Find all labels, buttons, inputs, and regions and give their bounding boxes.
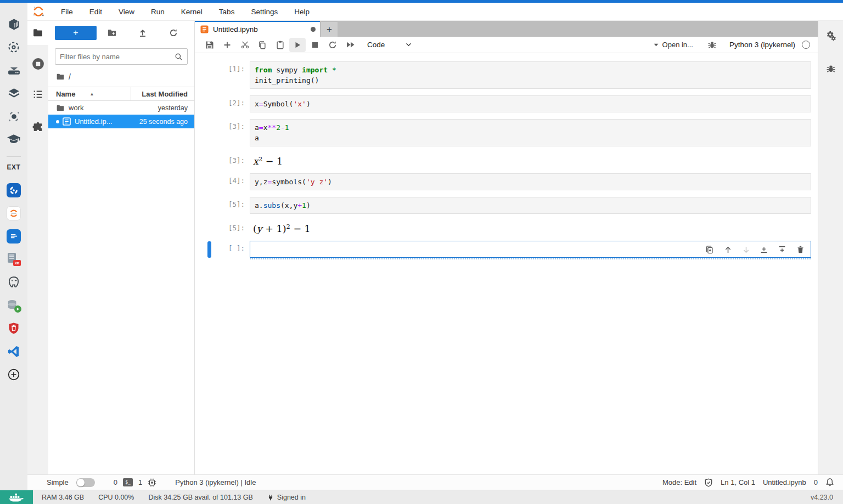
code-cell-editor[interactable]: a=x**2-1a [250, 119, 811, 146]
menu-item-edit[interactable]: Edit [81, 8, 110, 16]
interrupt-kernel-icon[interactable] [307, 38, 323, 52]
duplicate-cell-icon[interactable] [703, 243, 716, 256]
menu-item-view[interactable]: View [110, 8, 143, 16]
terminals-count[interactable]: 0 [114, 478, 117, 486]
simple-mode-toggle[interactable] [76, 478, 95, 487]
menu-item-kernel[interactable]: Kernel [173, 8, 211, 16]
insert-cell-above-icon[interactable] [757, 243, 771, 256]
command-mode-indicator[interactable]: Mode: Edit [662, 478, 696, 486]
volumes-icon[interactable] [0, 59, 27, 82]
kernel-name-button[interactable]: Python 3 (ipykernel) [729, 41, 795, 49]
notebook-cells: [1]:from sympy import *init_printing()[2… [195, 53, 818, 474]
ext-section-label: EXT [7, 163, 21, 171]
jl-activity-strip [27, 21, 48, 474]
active-cell-indicator [207, 241, 211, 258]
builds-icon[interactable] [0, 82, 27, 105]
notes-extension-icon[interactable] [0, 225, 27, 248]
trust-shield-icon[interactable] [704, 478, 713, 487]
menu-items: FileEditViewRunKernelTabsSettingsHelp [53, 8, 318, 16]
empty-cell-editor[interactable] [250, 241, 811, 258]
menu-item-tabs[interactable]: Tabs [211, 8, 243, 16]
extension-manager-tab[interactable] [27, 115, 48, 139]
tab-untitled-ipynb[interactable]: Untitled.ipynb [195, 21, 320, 37]
cell-type-dropdown[interactable]: Code [367, 41, 412, 49]
file-browser-tab[interactable] [27, 21, 48, 45]
menu-item-settings[interactable]: Settings [243, 8, 286, 16]
running-sessions-tab[interactable] [27, 52, 48, 76]
copy-cells-icon[interactable] [254, 38, 271, 52]
cursor-position[interactable]: Ln 1, Col 1 [721, 478, 755, 486]
input-prompt: [3]: [195, 119, 250, 131]
simple-mode-label: Simple [47, 478, 69, 486]
cell-output-row: [5]:(y + 1)2 − 1 [195, 220, 818, 234]
containers-icon[interactable] [0, 13, 27, 36]
terminal-icon[interactable]: $_ [123, 478, 133, 486]
chevron-down-icon [406, 43, 412, 47]
bell-icon[interactable] [825, 478, 834, 487]
oracle-xe-extension-icon[interactable]: XE [0, 248, 27, 271]
new-folder-icon[interactable] [97, 26, 127, 40]
menu-item-file[interactable]: File [53, 8, 81, 16]
postgres-extension-icon[interactable] [0, 271, 27, 294]
security-extension-icon[interactable] [0, 317, 27, 340]
menu-item-help[interactable]: Help [286, 8, 318, 16]
notebook-toolbar: Code Open in... Python 3 (ipykernel) [195, 37, 818, 53]
kernel-status-icon[interactable] [802, 41, 810, 49]
add-extension-icon[interactable] [0, 363, 27, 386]
input-prompt: [1]: [195, 61, 250, 73]
move-cell-up-icon[interactable] [721, 243, 734, 256]
menu-item-run[interactable]: Run [143, 8, 173, 16]
kernel-status-text[interactable]: Python 3 (ipykernel) | Idle [175, 478, 256, 486]
breadcrumb[interactable]: / [48, 65, 194, 87]
move-cell-down-icon[interactable] [739, 243, 752, 256]
notifications-count[interactable]: 0 [814, 478, 818, 486]
new-tab-button[interactable]: + [321, 22, 338, 37]
cut-cells-icon[interactable] [237, 38, 253, 52]
table-of-contents-tab[interactable] [27, 82, 48, 106]
upload-icon[interactable] [127, 26, 158, 40]
ci-extension-icon[interactable] [0, 179, 27, 202]
code-cell-editor[interactable]: y,z=symbols('y z') [250, 173, 811, 190]
column-name[interactable]: Name ▲ [48, 87, 131, 100]
breadcrumb-root[interactable]: / [69, 72, 71, 81]
property-inspector-icon[interactable] [823, 27, 839, 44]
code-cell-editor[interactable]: from sympy import *init_printing() [250, 61, 811, 89]
search-icon [175, 53, 183, 61]
save-icon[interactable] [201, 38, 218, 52]
docker-whale-icon[interactable] [0, 490, 33, 504]
paste-cells-icon[interactable] [272, 38, 288, 52]
sort-ascending-icon: ▲ [89, 92, 94, 97]
file-row-untitled-notebook[interactable]: Untitled.ip... 25 seconds ago [48, 115, 194, 128]
insert-cell-below-icon[interactable] [775, 243, 789, 256]
filter-files-input[interactable] [60, 53, 175, 61]
learning-center-icon[interactable] [0, 128, 27, 151]
ram-usage: RAM 3.46 GB [42, 494, 84, 501]
open-in-dropdown[interactable]: Open in... [654, 41, 693, 49]
debugger-bug-icon[interactable] [704, 38, 721, 52]
vscode-extension-icon[interactable] [0, 340, 27, 363]
code-cell-editor[interactable]: a.subs(x,y+1) [250, 197, 811, 214]
signed-in-status[interactable]: Signed in [267, 494, 306, 501]
main-dock: Untitled.ipynb + [195, 21, 818, 474]
restart-kernel-icon[interactable] [324, 38, 341, 52]
jupyter-extension-icon[interactable] [0, 202, 27, 225]
run-all-cells-icon[interactable] [342, 38, 358, 52]
images-icon[interactable] [0, 36, 27, 59]
debugger-panel-icon[interactable] [823, 60, 839, 77]
code-cell-editor[interactable]: x=Symbol('x') [250, 95, 811, 112]
kernels-count[interactable]: 1 [138, 478, 142, 486]
column-last-modified[interactable]: Last Modified [131, 90, 194, 98]
kernel-chip-icon[interactable] [148, 478, 156, 487]
file-row-work[interactable]: work yesterday [48, 101, 194, 115]
delete-cell-icon[interactable] [794, 243, 807, 256]
statusbar: Simple 0 $_ 1 Python 3 (ipykernel) | Idl… [27, 474, 843, 490]
sql-runner-extension-icon[interactable] [0, 294, 27, 317]
insert-cell-icon[interactable] [219, 38, 235, 52]
new-launcher-button[interactable]: + [55, 26, 97, 40]
refresh-icon[interactable] [158, 26, 189, 40]
notebook-tab-icon [200, 25, 209, 33]
unsaved-changes-dot [311, 27, 316, 32]
run-cell-icon[interactable] [289, 38, 306, 52]
cell-row: [ ]: [195, 241, 818, 258]
scout-icon[interactable] [0, 105, 27, 128]
